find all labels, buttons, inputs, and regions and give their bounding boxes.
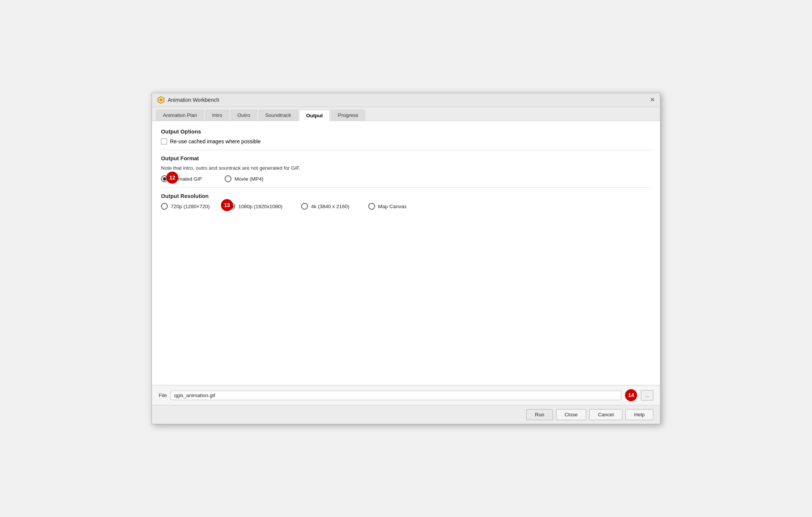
output-format-title: Output Format [161, 155, 651, 161]
divider-1 [161, 150, 651, 150]
resolution-4k-option[interactable]: 4k (3840 x 2160) [301, 203, 349, 210]
resolution-4k-label: 4k (3840 x 2160) [311, 204, 349, 209]
close-window-button[interactable]: ✕ [650, 97, 655, 103]
resolution-4k-radio[interactable] [301, 203, 308, 210]
window-title: Animation Workbench [168, 97, 219, 103]
action-bar: Run Close Cancel Help [152, 405, 660, 424]
reuse-cache-checkbox[interactable] [161, 138, 167, 144]
reuse-cache-row: Re-use cached images where possible [161, 138, 651, 144]
resolution-1080p-option[interactable]: 13 1080p (1920x1080) [228, 203, 282, 210]
file-path-input[interactable] [171, 391, 621, 400]
resolution-radio-group: 720p (1280×720) 13 1080p (1920x1080) 4k … [161, 203, 651, 210]
badge-14: 14 [625, 389, 637, 401]
resolution-1080p-radio[interactable] [228, 203, 235, 210]
resolution-720p-option[interactable]: 720p (1280×720) [161, 203, 210, 210]
footer-bar: File 14 ... [152, 385, 660, 405]
resolution-720p-label: 720p (1280×720) [171, 204, 210, 209]
title-bar: Animation Workbench ✕ [152, 93, 660, 107]
app-icon [157, 96, 165, 104]
resolution-1080p-label: 1080p (1920x1080) [238, 204, 282, 209]
format-mp4-option[interactable]: Movie (MP4) [225, 175, 264, 182]
cancel-button[interactable]: Cancel [589, 409, 622, 420]
format-mp4-radio[interactable] [225, 175, 231, 182]
output-resolution-title: Output Resolution [161, 193, 651, 199]
resolution-1080p-radio-dot [230, 205, 234, 208]
format-note: Note that intro, outro and sountrack are… [161, 165, 651, 171]
format-gif-radio-dot [163, 177, 166, 181]
file-label: File [159, 393, 167, 398]
resolution-canvas-option[interactable]: Map Canvas [368, 203, 407, 210]
run-button[interactable]: Run [526, 409, 553, 420]
title-bar-left: Animation Workbench [157, 96, 219, 104]
divider-2 [161, 187, 651, 188]
tab-progress[interactable]: Progress [331, 109, 365, 121]
format-gif-radio[interactable] [161, 175, 168, 182]
tab-animation-plan[interactable]: Animation Plan [156, 109, 204, 121]
format-mp4-label: Movie (MP4) [234, 176, 264, 182]
tab-soundtrack[interactable]: Soundtrack [258, 109, 298, 121]
tab-output[interactable]: Output [299, 110, 330, 121]
resolution-canvas-radio[interactable] [368, 203, 375, 210]
output-options-title: Output Options [161, 129, 651, 135]
format-gif-option[interactable]: Animated GIF 12 [161, 175, 202, 182]
badge-14-wrap: 14 [625, 389, 637, 401]
help-button[interactable]: Help [625, 409, 653, 420]
main-content: Output Options Re-use cached images wher… [152, 121, 660, 385]
format-gif-label: Animated GIF [171, 176, 202, 182]
close-button[interactable]: Close [556, 409, 587, 420]
main-window: Animation Workbench ✕ Animation Plan Int… [152, 93, 660, 424]
tab-intro[interactable]: Intro [205, 109, 230, 121]
tab-outro[interactable]: Outro [230, 109, 257, 121]
resolution-720p-radio[interactable] [161, 203, 168, 210]
resolution-canvas-label: Map Canvas [378, 204, 407, 209]
tab-bar: Animation Plan Intro Outro Soundtrack Ou… [152, 107, 660, 121]
format-radio-group: Animated GIF 12 Movie (MP4) [161, 175, 651, 182]
reuse-cache-label: Re-use cached images where possible [170, 138, 260, 144]
browse-button[interactable]: ... [641, 390, 653, 400]
